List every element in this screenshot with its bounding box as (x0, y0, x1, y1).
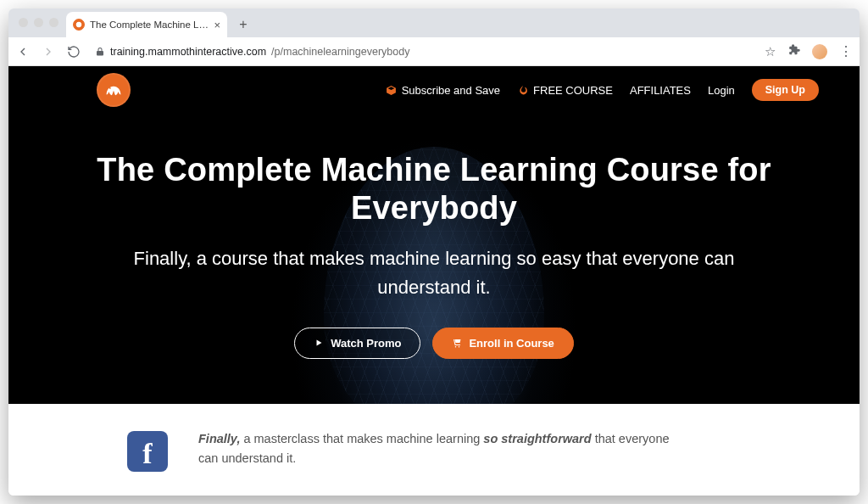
nav-subscribe[interactable]: Subscribe and Save (386, 84, 500, 97)
hero-title: The Complete Machine Learning Course for… (86, 151, 782, 227)
mammoth-icon (102, 78, 125, 102)
description-text: Finally, a masterclass that makes machin… (198, 429, 673, 468)
nav-affiliates[interactable]: AFFILIATES (630, 84, 691, 97)
browser-window: The Complete Machine Learnin × + trainin… (8, 8, 860, 496)
nav-subscribe-label: Subscribe and Save (402, 84, 500, 97)
nav-affiliates-label: AFFILIATES (630, 84, 691, 97)
hero-content: The Complete Machine Learning Course for… (86, 105, 782, 359)
nav-login[interactable]: Login (708, 84, 735, 97)
minimize-dot[interactable] (34, 18, 43, 27)
watch-promo-button[interactable]: Watch Promo (294, 328, 420, 359)
star-icon[interactable]: ☆ (765, 44, 776, 59)
close-tab-icon[interactable]: × (214, 19, 220, 31)
profile-avatar[interactable] (812, 44, 827, 59)
nav-free-course[interactable]: FREE COURSE (517, 84, 613, 97)
tab-title: The Complete Machine Learnin (90, 20, 209, 30)
nav-free-course-label: FREE COURSE (533, 84, 613, 97)
browser-tab[interactable]: The Complete Machine Learnin × (66, 12, 227, 37)
window-traffic-lights (19, 18, 58, 27)
description-section: f Finally, a masterclass that makes mach… (8, 404, 860, 472)
favicon-icon (73, 19, 85, 31)
reload-button[interactable] (66, 44, 81, 59)
back-button[interactable] (15, 44, 31, 59)
play-icon (314, 338, 324, 348)
address-bar: training.mammothinteractive.com/p/machin… (8, 37, 860, 66)
nav-login-label: Login (708, 84, 735, 97)
zoom-dot[interactable] (49, 18, 58, 27)
signup-button[interactable]: Sign Up (752, 79, 819, 101)
fire-icon (517, 85, 528, 96)
browser-menu-icon[interactable]: ⋮ (839, 43, 853, 59)
facebook-icon: f (142, 438, 152, 470)
signup-label: Sign Up (765, 84, 805, 96)
desc-emph: so straightforward (483, 432, 591, 445)
watch-promo-label: Watch Promo (331, 337, 401, 350)
enroll-label: Enroll in Course (469, 337, 554, 350)
lock-icon (95, 47, 105, 57)
page-viewport: Subscribe and Save FREE COURSE AFFILIATE… (8, 66, 860, 496)
extensions-icon[interactable] (787, 43, 800, 59)
hero-section: Subscribe and Save FREE COURSE AFFILIATE… (8, 66, 860, 404)
facebook-share-button[interactable]: f (127, 431, 168, 472)
box-icon (386, 85, 397, 96)
tab-strip: The Complete Machine Learnin × + (8, 8, 860, 37)
brand-logo[interactable] (97, 73, 131, 107)
url-path: /p/machinelearningeverybody (271, 46, 409, 58)
forward-button[interactable] (41, 44, 56, 59)
close-dot[interactable] (19, 18, 28, 27)
new-tab-button[interactable]: + (232, 14, 254, 36)
enroll-button[interactable]: Enroll in Course (432, 328, 573, 359)
svg-point-0 (109, 87, 111, 89)
cart-icon (452, 338, 462, 348)
desc-mid1: a masterclass that makes machine learnin… (240, 432, 483, 445)
hero-subtitle: Finally, a course that makes machine lea… (86, 244, 782, 302)
main-nav: Subscribe and Save FREE COURSE AFFILIATE… (386, 79, 819, 101)
site-header: Subscribe and Save FREE COURSE AFFILIATE… (8, 66, 860, 105)
url-domain: training.mammothinteractive.com (110, 46, 266, 58)
desc-lead: Finally, (198, 432, 240, 445)
hero-cta-row: Watch Promo Enroll in Course (86, 328, 782, 359)
url-field[interactable]: training.mammothinteractive.com/p/machin… (92, 46, 754, 58)
